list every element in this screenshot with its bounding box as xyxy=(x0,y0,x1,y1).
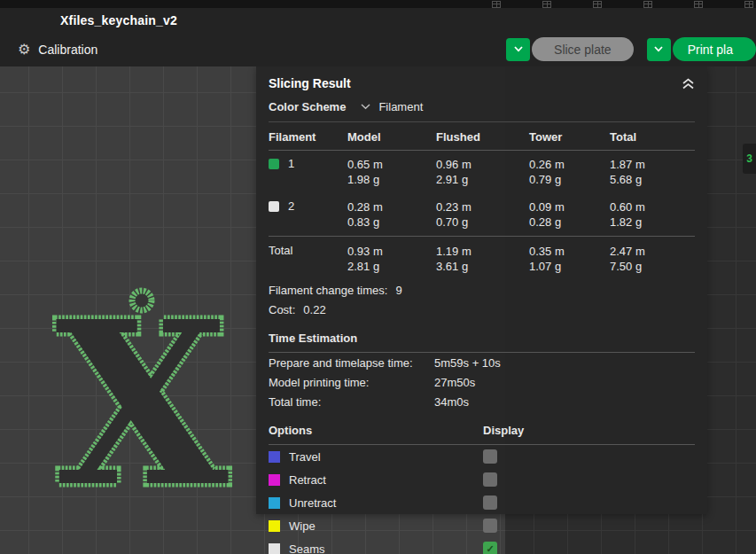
tower-length: 0.35 m xyxy=(529,244,610,259)
total-cell: 1.87 m 5.68 g xyxy=(610,157,695,187)
filament-id: 1 xyxy=(288,157,294,170)
total-weight: 1.82 g xyxy=(610,215,695,230)
titlebar: Xfiles_keychain_v2 xyxy=(0,8,756,32)
flushed-weight: 2.91 g xyxy=(436,172,529,187)
filament-row-1: 1 0.65 m 1.98 g 0.96 m 2.91 g 0.26 m 0.7… xyxy=(269,151,695,193)
time-estimation-title: Time Estimation xyxy=(269,332,357,345)
options-title: Options xyxy=(269,424,483,437)
layer-slider-indicator[interactable]: 3 xyxy=(743,144,756,174)
filament-color-swatch xyxy=(269,159,279,169)
option-row-wipe: Wipe ✓ xyxy=(269,514,695,537)
wipe-display-checkbox[interactable]: ✓ xyxy=(483,519,497,533)
color-scheme-dropdown[interactable]: Filament xyxy=(361,100,423,113)
total-length: 2.47 m xyxy=(610,244,695,259)
retract-display-checkbox[interactable]: ✓ xyxy=(483,472,497,487)
options-header: Options Display xyxy=(269,411,695,445)
travel-color-swatch xyxy=(269,451,280,463)
flushed-cell: 1.19 m 3.61 g xyxy=(436,244,529,274)
tower-cell: 0.35 m 1.07 g xyxy=(529,244,610,274)
option-label: Retract xyxy=(289,473,483,487)
collapse-panel-button[interactable] xyxy=(682,78,695,90)
total-length: 1.87 m xyxy=(610,157,695,172)
panel-title: Slicing Result xyxy=(269,76,351,90)
flushed-weight: 3.61 g xyxy=(436,259,529,274)
tower-cell: 0.09 m 0.28 g xyxy=(529,199,610,230)
tower-length: 0.09 m xyxy=(529,199,610,215)
time-value: 5m59s + 10s xyxy=(434,356,501,370)
tower-weight: 1.07 g xyxy=(529,259,610,274)
toolbar-actions: Slice plate Print pla xyxy=(506,37,756,61)
col-header-flushed: Flushed xyxy=(436,130,529,144)
model-weight: 2.81 g xyxy=(347,259,436,274)
time-row-prepare: Prepare and timelapse time: 5m59s + 10s xyxy=(269,353,695,372)
cost-value: 0.22 xyxy=(303,303,325,316)
flushed-weight: 0.70 g xyxy=(436,215,529,230)
top-strip xyxy=(0,0,756,8)
option-row-unretract: Unretract ✓ xyxy=(269,491,695,514)
time-label: Prepare and timelapse time: xyxy=(269,356,434,370)
time-label: Model printing time: xyxy=(269,376,434,389)
tower-length: 0.26 m xyxy=(529,157,610,172)
flushed-length: 0.23 m xyxy=(436,199,529,215)
double-chevron-up-icon xyxy=(682,78,695,90)
time-label: Total time: xyxy=(269,395,434,409)
print-dropdown-button[interactable] xyxy=(647,38,671,61)
color-scheme-value: Filament xyxy=(378,100,423,113)
seams-color-swatch xyxy=(269,543,280,554)
model-preview: X xyxy=(44,282,238,493)
time-value: 34m0s xyxy=(434,395,469,409)
col-header-tower: Tower xyxy=(529,130,610,144)
option-label: Travel xyxy=(289,450,483,464)
model-length: 0.65 m xyxy=(347,157,436,172)
model-length: 0.93 m xyxy=(347,244,436,259)
total-weight: 7.50 g xyxy=(610,259,695,274)
tower-cell: 0.26 m 0.79 g xyxy=(529,157,610,187)
chevron-down-icon xyxy=(361,104,370,110)
cost-row: Cost: 0.22 xyxy=(269,300,695,319)
project-title: Xfiles_keychain_v2 xyxy=(60,13,177,27)
color-scheme-label: Color Scheme xyxy=(269,100,346,113)
time-estimation-header: Time Estimation xyxy=(269,319,695,353)
travel-display-checkbox[interactable]: ✓ xyxy=(483,449,497,464)
time-row-model: Model printing time: 27m50s xyxy=(269,372,695,392)
col-header-total: Total xyxy=(610,130,695,144)
print-plate-button[interactable]: Print pla xyxy=(673,37,756,61)
slicing-result-panel: Slicing Result Color Scheme Filament Fil… xyxy=(256,66,707,514)
filament-cell: 2 xyxy=(269,199,347,213)
flushed-length: 1.19 m xyxy=(436,244,529,259)
filament-change-row: Filament change times: 9 xyxy=(269,280,695,300)
calibration-menu-item[interactable]: Calibration xyxy=(38,43,97,57)
option-label: Unretract xyxy=(289,496,483,510)
option-label: Wipe xyxy=(289,519,483,533)
flushed-length: 0.96 m xyxy=(436,157,529,172)
chevron-down-icon xyxy=(654,46,663,52)
model-weight: 1.98 g xyxy=(347,172,436,187)
seams-display-checkbox[interactable]: ✓ xyxy=(483,542,497,554)
grid-icon xyxy=(643,1,652,8)
unretract-display-checkbox[interactable]: ✓ xyxy=(483,495,497,510)
option-row-retract: Retract ✓ xyxy=(269,468,695,491)
filament-change-label: Filament change times: xyxy=(269,284,387,297)
display-column-header: Display xyxy=(483,424,524,437)
total-cell: 2.47 m 7.50 g xyxy=(610,244,695,274)
col-header-filament: Filament xyxy=(269,130,347,144)
col-header-model: Model xyxy=(347,130,436,144)
toolbar: ⚙ Calibration Slice plate Print pla xyxy=(0,32,756,66)
slice-dropdown-button[interactable] xyxy=(506,38,530,61)
slice-plate-button[interactable]: Slice plate xyxy=(532,37,634,61)
total-length: 0.60 m xyxy=(610,199,695,215)
settings-gear-icon[interactable]: ⚙ xyxy=(18,43,30,57)
grid-icon xyxy=(694,1,703,8)
filament-cell: 1 xyxy=(269,157,347,170)
time-value: 27m50s xyxy=(434,376,475,389)
table-total-row: Total 0.93 m 2.81 g 1.19 m 3.61 g 0.35 m… xyxy=(269,236,695,280)
filament-color-swatch xyxy=(269,201,279,212)
option-label: Seams xyxy=(289,542,483,554)
model-weight: 0.83 g xyxy=(347,215,436,230)
model-cell: 0.93 m 2.81 g xyxy=(347,244,436,274)
tower-weight: 0.28 g xyxy=(529,215,610,230)
grid-icon xyxy=(593,1,602,8)
model-cell: 0.28 m 0.83 g xyxy=(347,199,436,230)
option-row-travel: Travel ✓ xyxy=(269,445,695,468)
option-row-seams: Seams ✓ xyxy=(269,537,695,554)
